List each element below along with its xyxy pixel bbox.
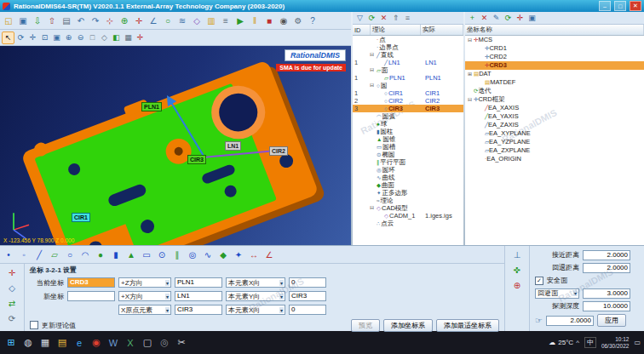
list-settings-icon[interactable]: ≡ (402, 13, 413, 24)
view-front-icon[interactable]: □ (87, 32, 98, 43)
new-cs-field[interactable] (67, 291, 115, 301)
feature-tree-row[interactable]: 1 ○ CIR1 CIR1 (353, 89, 463, 97)
notification-center-icon[interactable]: ▭ (634, 339, 641, 346)
measure-point-icon[interactable]: • (2, 248, 15, 261)
undo-icon[interactable]: ↶ (74, 14, 88, 27)
safety-plane-select[interactable]: 回避面 ▾ (535, 288, 579, 299)
feature-tree-row[interactable]: · 边界点 (353, 43, 463, 51)
cs-frame-icon[interactable]: ✛ (515, 13, 526, 24)
column-actual[interactable]: 实际 (421, 25, 463, 35)
measure-arc-icon[interactable]: ◠ (78, 248, 92, 261)
zoom-in-icon[interactable]: ⊕ (63, 32, 74, 43)
feature-tree-row[interactable]: 1 ╱ LN1 LN1 (353, 59, 463, 66)
apply-distance-field[interactable] (546, 316, 594, 326)
wireframe-mode-icon[interactable]: ▦ (123, 32, 134, 43)
run-icon[interactable]: ▶ (233, 14, 247, 27)
feature-label-ln1[interactable]: LN1 (225, 141, 241, 151)
y-origin-value-field[interactable] (289, 291, 326, 301)
feature-label-cir1[interactable]: CIR1 (72, 213, 90, 222)
search-button[interactable]: ◍ (20, 334, 36, 351)
rotate-cs-icon[interactable]: ⟳ (5, 311, 19, 325)
probe-depth-field[interactable] (583, 301, 630, 311)
pan-view-icon[interactable]: ✛ (27, 32, 38, 43)
y-origin-mode-select[interactable]: 本元素Y向 ▾ (226, 291, 285, 301)
taskbar-clock[interactable]: 10:12 06/30/2022 (601, 336, 630, 350)
redo-icon[interactable]: ↷ (89, 14, 102, 27)
rotate-view-icon[interactable]: ⟳ (15, 32, 26, 43)
feature-tree-row[interactable]: ◎ 圆环 (353, 166, 463, 174)
save-cs-icon[interactable]: ▣ (526, 13, 538, 24)
select-cursor-icon[interactable]: ↖ (2, 31, 14, 44)
measure-surface-icon[interactable]: ◆ (216, 248, 230, 261)
coordinate-tree-row[interactable]: ✛ CRD1 (465, 44, 644, 53)
word-icon[interactable]: W (106, 334, 121, 351)
column-theoretical[interactable]: 理论 (371, 25, 421, 35)
best-fit-cs-icon[interactable]: ◇ (5, 281, 19, 294)
export-icon[interactable]: ⇧ (45, 14, 59, 27)
z-element-field[interactable] (175, 277, 222, 288)
measure-ellipse-icon[interactable]: ⊙ (155, 248, 169, 261)
expand-toggle[interactable]: ⊟ (468, 36, 474, 44)
coordinate-system-icon[interactable]: ✛ (132, 14, 146, 27)
minimize-button[interactable]: – (599, 1, 611, 11)
probe-position-icon[interactable]: ⊥ (510, 248, 524, 261)
excel-icon[interactable]: X (123, 334, 138, 351)
coordinate-tree-row[interactable]: ⊟ ✛ CRD框架 (465, 95, 644, 104)
zoom-fit-icon[interactable]: ▣ (51, 32, 62, 43)
circle-element-icon[interactable]: ○ (161, 14, 175, 27)
measure-distance-icon[interactable]: ↔ (247, 248, 261, 261)
safety-plane-value-field[interactable] (583, 288, 630, 299)
view-iso-icon[interactable]: ◇ (99, 32, 110, 43)
joystick-icon[interactable]: ✜ (510, 263, 524, 277)
apply-button[interactable]: 应用 (597, 314, 626, 327)
x-element-field[interactable] (175, 291, 222, 301)
camera-icon[interactable]: ◉ (277, 14, 290, 27)
import-cad-icon[interactable]: ⇩ (31, 14, 44, 27)
current-cs-field[interactable] (67, 277, 115, 288)
chrome-browser-icon[interactable]: ◉ (89, 334, 104, 351)
feature-tree-row[interactable]: ✦ 正多边形 (353, 189, 463, 197)
edge-browser-icon[interactable]: e (72, 334, 87, 351)
expand-toggle[interactable]: ⊞ (468, 70, 474, 78)
x-direction-select[interactable]: +X方向 ▾ (118, 291, 171, 301)
measure-line-icon[interactable]: ╱ (32, 248, 46, 261)
scan-icon[interactable]: ≋ (175, 14, 189, 27)
measure-cone-icon[interactable]: ▲ (124, 248, 138, 261)
cad-model-icon[interactable]: ◇ (190, 14, 204, 27)
feature-tree-row[interactable]: ∴ 点云 (353, 220, 463, 227)
open-folder-icon[interactable]: ◱ (2, 14, 15, 27)
input-language-indicator[interactable]: 中 (584, 337, 596, 348)
feature-tree-row[interactable]: ◆ 曲面 (353, 181, 463, 189)
tray-chevron-icon[interactable]: ^ (576, 339, 579, 346)
coordinate-tree-row[interactable]: ▱ EA_XYPLANE (465, 129, 644, 138)
coordinate-tree-row[interactable]: ╱ EA_ZAXIS (465, 121, 644, 129)
delete-icon[interactable]: ✕ (378, 13, 389, 24)
coordinate-tree-row[interactable]: ▱ EA_ZXPLANE (465, 146, 644, 155)
feature-tree-row[interactable]: ⊙ 椭圆 (353, 151, 463, 158)
update-banner[interactable]: SMA is due for update (276, 64, 346, 71)
z-origin-value-field[interactable] (289, 305, 326, 315)
coordinate-tree-row[interactable]: ⊟ ✛ MCS (465, 36, 644, 44)
notepad-icon[interactable]: ▢ (140, 334, 155, 351)
close-button[interactable]: ✕ (630, 1, 641, 11)
cs-display-icon[interactable]: ✛ (135, 32, 146, 43)
measure-slot-icon[interactable]: ▭ (140, 248, 153, 261)
feature-tree-row[interactable]: ∿ 曲线 (353, 174, 463, 181)
coordinate-tree-row[interactable]: ▤ MATDEF (465, 78, 644, 87)
z-origin-mode-select[interactable]: 本元素X向 ▾ (226, 305, 285, 315)
zoom-window-icon[interactable]: ⊡ (39, 32, 50, 43)
task-view-button[interactable]: ▦ (37, 334, 53, 351)
print-icon[interactable]: ▤ (60, 14, 73, 27)
feature-label-pln1[interactable]: PLN1 (141, 102, 162, 111)
feature-tree-row[interactable]: ▮ 圆柱 (353, 128, 463, 135)
measure-torus-icon[interactable]: ◎ (186, 248, 199, 261)
approach-distance-field[interactable] (583, 250, 630, 260)
export-list-icon[interactable]: ⇑ (390, 13, 401, 24)
feature-tree-row[interactable]: ⊟ ◇ CAD模型 (353, 204, 463, 212)
settings-icon[interactable]: ⚙ (291, 14, 305, 27)
probe-manager-icon[interactable]: ⊹ (103, 14, 117, 27)
weather-widget[interactable]: ☁ 25°C (549, 339, 573, 346)
coordinate-tree-row[interactable]: · EA_ORIGIN (465, 155, 644, 163)
pause-icon[interactable]: ‖ (248, 14, 262, 27)
cs-321-icon[interactable]: ✛ (5, 266, 19, 279)
